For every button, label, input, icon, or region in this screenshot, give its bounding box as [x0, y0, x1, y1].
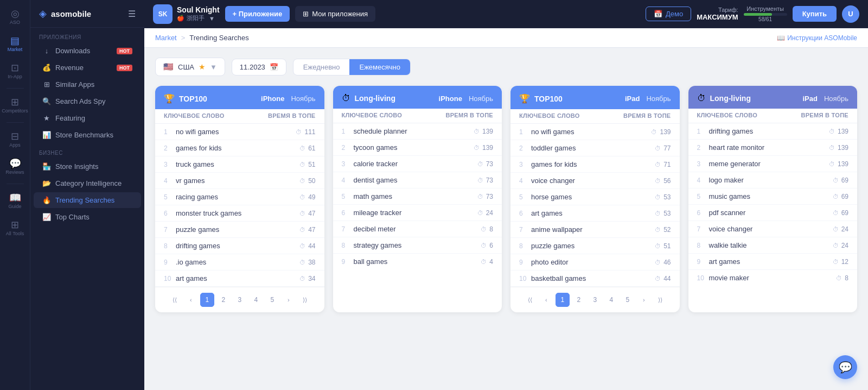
page-btn-2[interactable]: 2 [572, 293, 586, 307]
reviews-icon: 💬 [9, 159, 21, 168]
sidebar-item-store-insights[interactable]: 🏪 Store Insights [34, 159, 141, 174]
sidebar-item-top-charts[interactable]: 📈 Top Charts [34, 209, 141, 225]
row-keyword[interactable]: games for kids [176, 144, 295, 152]
row-keyword[interactable]: strategy games [354, 241, 477, 249]
rail-item-reviews[interactable]: 💬 Reviews [0, 154, 30, 179]
row-keyword[interactable]: art games [531, 209, 650, 217]
trophy-icon: 🏆 [519, 93, 530, 104]
row-keyword[interactable]: toddler games [531, 144, 650, 152]
row-keyword[interactable]: drifting games [176, 242, 295, 250]
page-btn-4[interactable]: 4 [249, 293, 263, 307]
breadcrumb-parent[interactable]: Market [155, 34, 177, 42]
page-last[interactable]: ⟩⟩ [298, 293, 312, 307]
page-next[interactable]: › [637, 293, 651, 307]
favorite-star[interactable]: ★ [199, 62, 206, 71]
row-keyword[interactable]: art games [176, 274, 295, 282]
row-keyword[interactable]: basketball games [531, 274, 650, 282]
user-avatar[interactable]: U [842, 5, 859, 23]
row-keyword[interactable]: puzzle games [531, 242, 650, 250]
page-prev[interactable]: ‹ [539, 293, 553, 307]
row-keyword[interactable]: movie maker [709, 274, 832, 282]
row-keyword[interactable]: tycoon games [354, 143, 469, 152]
rail-item-guide[interactable]: 📖 Guide [0, 188, 30, 213]
sidebar-item-revenue-label: Revenue [55, 64, 84, 72]
sidebar-item-store-benchmarks[interactable]: 📊 Store Benchmarks [34, 127, 141, 143]
page-first[interactable]: ⟨⟨ [168, 293, 182, 307]
row-keyword[interactable]: music games [709, 192, 828, 200]
page-next[interactable]: › [282, 293, 296, 307]
row-keyword[interactable]: horse games [531, 193, 650, 201]
row-keyword[interactable]: ball games [354, 257, 477, 266]
page-btn-5[interactable]: 5 [265, 293, 279, 307]
page-btn-5[interactable]: 5 [621, 293, 635, 307]
rail-item-inapp[interactable]: ⊡ In-App [0, 59, 30, 84]
help-link[interactable]: 📖 Инструкции ASOMobile [777, 34, 857, 42]
row-keyword[interactable]: truck games [176, 160, 295, 168]
row-keyword[interactable]: no wifi games [531, 128, 647, 136]
buy-button[interactable]: Купить [793, 6, 837, 22]
my-apps-button[interactable]: ⊞ Мои приложения [295, 6, 375, 22]
rail-item-competitors[interactable]: ⊞ Competitors [0, 93, 30, 118]
row-keyword[interactable]: mileage tracker [354, 209, 473, 217]
row-keyword[interactable]: calorie tracker [354, 160, 473, 168]
card-header-iphone-long-living: ⏱ Long-living iPhone Ноябрь [333, 86, 502, 109]
row-keyword[interactable]: voice changer [531, 177, 650, 185]
rail-item-aso[interactable]: ◎ ASO [0, 4, 30, 29]
row-keyword[interactable]: racing games [176, 193, 295, 201]
sidebar-item-search-ads-spy[interactable]: 🔍 Search Ads Spy [34, 93, 141, 109]
sidebar-item-similar-apps[interactable]: ⊞ Similar Apps [34, 77, 141, 92]
page-btn-2[interactable]: 2 [216, 293, 231, 307]
row-keyword[interactable]: monster truck games [176, 209, 295, 217]
country-filter[interactable]: 🇺🇸 США ★ ▼ [155, 58, 225, 76]
app-dropdown-chevron[interactable]: ▼ [209, 15, 215, 22]
rail-item-apps[interactable]: ⊟ Apps [0, 127, 30, 152]
sidebar-item-downloads[interactable]: ↓ Downloads HOT [34, 43, 141, 59]
page-first[interactable]: ⟨⟨ [523, 293, 537, 307]
row-keyword[interactable]: puzzle games [176, 225, 295, 234]
add-app-button[interactable]: + Приложение [225, 6, 290, 22]
row-time: ⏱ 8 [836, 274, 848, 282]
row-keyword[interactable]: schedule planner [354, 127, 469, 135]
sidebar-item-category-intelligence[interactable]: 📂 Category Intelligence [34, 175, 141, 191]
date-filter[interactable]: 11.2023 📅 [232, 59, 286, 76]
row-time: ⏱ 69 [833, 209, 848, 217]
row-keyword[interactable]: photo editor [531, 258, 650, 266]
row-time: ⏱ 6 [481, 242, 493, 249]
page-btn-4[interactable]: 4 [604, 293, 618, 307]
tab-daily[interactable]: Ежедневно [293, 59, 350, 75]
sidebar-item-revenue[interactable]: 💰 Revenue HOT [34, 60, 141, 76]
row-keyword[interactable]: meme generator [709, 160, 825, 168]
rail-item-market[interactable]: ▤ Market [0, 32, 30, 56]
row-keyword[interactable]: decibel meter [354, 225, 477, 233]
demo-button[interactable]: 📅 Демо [646, 7, 691, 21]
clock-icon: ⏱ [833, 259, 839, 265]
row-keyword[interactable]: .io games [176, 258, 295, 266]
page-btn-3[interactable]: 3 [233, 293, 247, 307]
sidebar-collapse-button[interactable]: ☰ [128, 9, 136, 19]
page-btn-3[interactable]: 3 [588, 293, 602, 307]
tab-monthly[interactable]: Ежемесячно [349, 59, 410, 75]
row-keyword[interactable]: games for kids [531, 160, 650, 168]
row-keyword[interactable]: logo maker [709, 176, 828, 184]
row-keyword[interactable]: dentist games [354, 176, 473, 184]
sidebar-item-featuring[interactable]: ★ Featuring [34, 110, 141, 126]
row-keyword[interactable]: heart rate monitor [709, 143, 825, 152]
row-keyword[interactable]: pdf scanner [709, 209, 828, 217]
page-last[interactable]: ⟩⟩ [653, 293, 667, 307]
row-keyword[interactable]: math games [354, 192, 473, 200]
row-keyword[interactable]: walkie talkie [709, 241, 828, 249]
row-keyword[interactable]: no wifi games [176, 128, 291, 136]
row-keyword[interactable]: anime wallpaper [531, 225, 650, 234]
row-keyword[interactable]: vr games [176, 177, 295, 185]
table-row: 8 puzzle games ⏱ 51 [510, 238, 680, 254]
row-keyword[interactable]: art games [709, 257, 828, 266]
page-btn-1[interactable]: 1 [200, 293, 214, 307]
row-keyword[interactable]: drifting games [709, 127, 825, 135]
chat-bubble[interactable]: 💬 [833, 355, 857, 379]
page-btn-1[interactable]: 1 [556, 293, 570, 307]
sidebar-item-trending-searches[interactable]: 🔥 Trending Searches [34, 192, 141, 208]
page-prev[interactable]: ‹ [184, 293, 198, 307]
row-keyword[interactable]: voice changer [709, 225, 828, 233]
rail-item-alltools[interactable]: ⊞ All Tools [0, 216, 30, 241]
row-number: 2 [697, 144, 705, 152]
